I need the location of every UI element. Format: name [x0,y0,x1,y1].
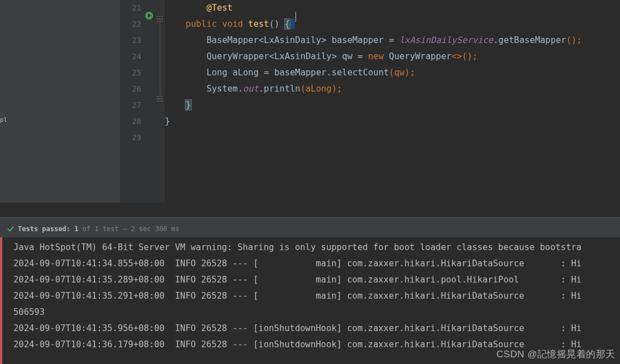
test-status-bar: Tests passed: 1 of 1 test – 2 sec 300 ms [0,221,620,237]
fold-toggle-icon[interactable] [157,94,163,99]
fold-line [160,19,160,95]
tree-node-label[interactable]: pl [0,116,7,123]
line-number: 26 [120,81,144,97]
line-number: 24 [120,49,144,65]
code-editor[interactable]: @Test public void test() { BaseMapper<Lx… [165,0,620,203]
line-number: 27 [120,97,144,113]
console-line: 506593 [13,304,620,320]
line-number: 22 [120,16,144,32]
run-test-icon[interactable] [145,11,154,20]
line-number: 21 [120,0,144,16]
editor-gutter: 21 22 23 24 25 26 27 28 29 [120,0,165,203]
line-number: 25 [120,65,144,81]
watermark: CSDN @記憶摇晃着的那天 [497,348,616,361]
line-number: 29 [120,130,144,146]
project-sidebar[interactable]: pl [0,0,120,203]
line-number: 23 [120,32,144,49]
console-line: 2024-09-07T10:41:35.289+08:00 INFO 26528… [13,272,620,288]
editor-empty-area [0,203,620,218]
console-line: 2024-09-07T10:41:35.291+08:00 INFO 26528… [13,288,620,304]
line-number: 28 [120,113,144,130]
console-line: 2024-09-07T10:41:34.855+08:00 INFO 26528… [13,256,620,272]
check-icon [7,225,15,233]
console-line: 2024-09-07T10:41:35.956+08:00 INFO 26528… [13,320,620,337]
console-line: Java HotSpot(TM) 64-Bit Server VM warnin… [13,240,620,256]
caret [295,12,296,22]
console-output[interactable]: Java HotSpot(TM) 64-Bit Server VM warnin… [0,237,620,364]
